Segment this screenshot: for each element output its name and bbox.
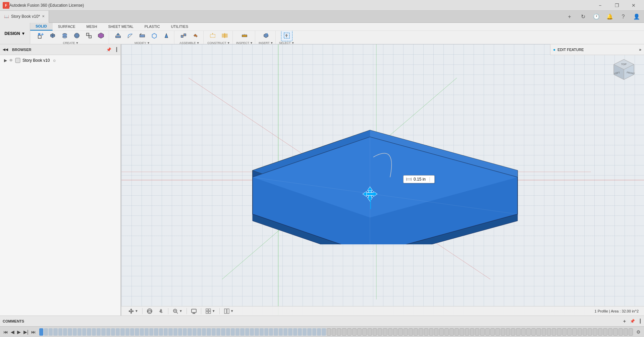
timeline-empty-frame-106[interactable] xyxy=(562,328,567,336)
joint-button[interactable] xyxy=(178,31,189,42)
tab-mesh[interactable]: MESH xyxy=(81,23,103,31)
freeform-button[interactable] xyxy=(95,31,107,42)
help-button[interactable]: ? xyxy=(619,12,628,21)
timeline-frame-6[interactable] xyxy=(68,328,72,336)
timeline-frame-37[interactable] xyxy=(216,328,220,336)
timeline-frame-52[interactable] xyxy=(288,328,292,336)
timeline-empty-frame-62[interactable] xyxy=(337,328,341,336)
browser-pin-icon[interactable]: 📌 xyxy=(106,47,111,52)
construct-label[interactable]: CONSTRUCT ▼ xyxy=(207,41,230,44)
minimize-button[interactable]: − xyxy=(592,0,608,11)
timeline-empty-frame-77[interactable] xyxy=(414,328,418,336)
close-button[interactable]: ✕ xyxy=(626,0,641,11)
timeline-frame-47[interactable] xyxy=(264,328,268,336)
timeline-frame-45[interactable] xyxy=(255,328,259,336)
timeline-frame-29[interactable] xyxy=(178,328,182,336)
timeline-empty-frame-112[interactable] xyxy=(593,328,597,336)
timeline-empty-frame-98[interactable] xyxy=(521,328,526,336)
document-tab-active[interactable]: 📖 Story Book v10* ✕ xyxy=(0,11,49,23)
timeline-skip-forward-button[interactable]: ⏭ xyxy=(31,329,37,335)
timeline-frame-20[interactable] xyxy=(135,328,139,336)
timeline-frame-57[interactable] xyxy=(312,328,316,336)
timeline-empty-frame-76[interactable] xyxy=(409,328,413,336)
navigation-cube[interactable]: TOP LEFT FRONT xyxy=(610,58,637,85)
timeline-empty-frame-100[interactable] xyxy=(531,328,536,336)
box-button[interactable] xyxy=(47,31,58,42)
sphere-button[interactable] xyxy=(71,31,83,42)
midplane-button[interactable] xyxy=(219,31,230,42)
timeline-empty-frame-66[interactable] xyxy=(357,328,362,336)
timeline-empty-frame-110[interactable] xyxy=(583,328,587,336)
timeline-empty-frame-116[interactable] xyxy=(613,328,618,336)
timeline-empty-frame-92[interactable] xyxy=(490,328,495,336)
timeline-frame-13[interactable] xyxy=(101,328,105,336)
timeline-frame-15[interactable] xyxy=(111,328,115,336)
zoom-button[interactable]: ▼ xyxy=(171,307,184,315)
timeline-empty-frame-105[interactable] xyxy=(557,328,561,336)
timeline-frame-26[interactable] xyxy=(164,328,168,336)
timeline-frame-55[interactable] xyxy=(303,328,307,336)
timeline-empty-frame-104[interactable] xyxy=(552,328,556,336)
inspect-label[interactable]: INSPECT ▼ xyxy=(236,41,253,44)
timeline-frame-51[interactable] xyxy=(283,328,287,336)
timeline-skip-back-button[interactable]: ⏮ xyxy=(3,329,9,335)
display-mode-button[interactable] xyxy=(190,307,198,315)
timeline-frame-58[interactable] xyxy=(317,328,321,336)
comments-pin-icon[interactable]: 📌 xyxy=(630,319,635,324)
close-tab-button[interactable]: ✕ xyxy=(42,14,45,18)
comments-add-button[interactable]: + xyxy=(623,319,626,324)
grid-settings-button[interactable]: ▼ xyxy=(204,307,217,315)
modify-label[interactable]: MODIFY ▼ xyxy=(135,41,150,44)
timeline-frame-30[interactable] xyxy=(183,328,187,336)
timeline-frame-42[interactable] xyxy=(240,328,244,336)
timeline-empty-frame-101[interactable] xyxy=(536,328,541,336)
timeline-empty-frame-82[interactable] xyxy=(439,328,443,336)
tab-utilities[interactable]: UTILITIES xyxy=(166,23,194,31)
timeline-frame-16[interactable] xyxy=(116,328,120,336)
timeline-empty-frame-102[interactable] xyxy=(542,328,546,336)
timeline-empty-frame-99[interactable] xyxy=(526,328,531,336)
timeline-frame-34[interactable] xyxy=(202,328,206,336)
timeline-prev-button[interactable]: ◀ xyxy=(10,329,15,335)
timeline-empty-frame-91[interactable] xyxy=(485,328,490,336)
timeline-empty-frame-86[interactable] xyxy=(460,328,464,336)
timeline-frame-36[interactable] xyxy=(212,328,216,336)
new-component-button[interactable] xyxy=(35,31,46,42)
timeline-frame-32[interactable] xyxy=(193,328,197,336)
timeline-empty-frame-89[interactable] xyxy=(475,328,479,336)
timeline-play-button[interactable]: ▶ xyxy=(16,329,21,335)
select-label[interactable]: SELECT ▼ xyxy=(279,41,294,44)
tab-solid[interactable]: SOLID xyxy=(30,23,53,31)
timeline-frame-5[interactable] xyxy=(63,328,67,336)
timeline-empty-frame-68[interactable] xyxy=(368,328,372,336)
timeline-frame-35[interactable] xyxy=(207,328,211,336)
maximize-button[interactable]: ❐ xyxy=(609,0,625,11)
timeline-empty-frame-75[interactable] xyxy=(404,328,408,336)
timeline-empty-frame-90[interactable] xyxy=(480,328,484,336)
timeline-frame-4[interactable] xyxy=(58,328,62,336)
timeline-empty-frame-95[interactable] xyxy=(506,328,510,336)
create-label[interactable]: CREATE ▼ xyxy=(63,41,79,44)
timeline-frame-1[interactable] xyxy=(44,328,48,336)
timeline-empty-frame-83[interactable] xyxy=(444,328,449,336)
timeline-frame-31[interactable] xyxy=(187,328,192,336)
timeline-empty-frame-88[interactable] xyxy=(470,328,474,336)
fillet-button[interactable] xyxy=(124,31,136,42)
timeline-empty-frame-81[interactable] xyxy=(434,328,438,336)
timeline-frame-23[interactable] xyxy=(149,328,153,336)
eye-icon[interactable]: 👁 xyxy=(9,58,13,63)
timeline-frame-2[interactable] xyxy=(49,328,53,336)
timeline-empty-frame-79[interactable] xyxy=(424,328,428,336)
timeline-frame-59[interactable] xyxy=(322,328,326,336)
timeline-frame-19[interactable] xyxy=(130,328,134,336)
timeline-frame-14[interactable] xyxy=(106,328,110,336)
timeline-empty-frame-93[interactable] xyxy=(495,328,500,336)
timeline-frame-21[interactable] xyxy=(140,328,144,336)
timeline-empty-frame-118[interactable] xyxy=(624,328,628,336)
move-tool-button[interactable]: ▼ xyxy=(127,307,140,315)
timeline-frame-53[interactable] xyxy=(293,328,297,336)
timeline-empty-frame-96[interactable] xyxy=(511,328,515,336)
timeline-empty-frame-87[interactable] xyxy=(465,328,469,336)
dimension-options-button[interactable]: ⋮ xyxy=(428,177,432,182)
timeline-frame-8[interactable] xyxy=(77,328,82,336)
